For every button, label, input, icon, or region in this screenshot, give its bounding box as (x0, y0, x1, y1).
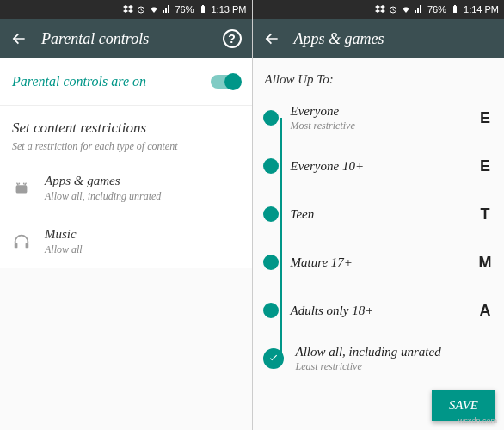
app-bar: Parental controls ? (0, 19, 252, 58)
screen-parental-controls: 76% 1:13 PM Parental controls ? Parental… (0, 0, 253, 430)
rating-node-checked (263, 348, 284, 369)
app-bar: Apps & games (253, 19, 505, 58)
svg-rect-6 (15, 243, 18, 249)
connector-line (280, 238, 282, 286)
section-title: Set content restrictions (12, 120, 240, 137)
rating-node (263, 206, 279, 222)
svg-rect-10 (454, 5, 456, 6)
rating-adults-18[interactable]: Adults only 18+ A (263, 286, 495, 335)
back-icon[interactable] (10, 30, 28, 47)
wifi-icon (149, 4, 159, 15)
content-area: Allow Up To: Everyone Most restrictive E… (253, 58, 505, 430)
back-icon[interactable] (263, 30, 280, 47)
battery-percent: 76% (427, 4, 446, 15)
help-icon[interactable]: ? (223, 29, 242, 48)
rating-label: Mature 17+ (291, 255, 465, 270)
allow-up-to-label: Allow Up To: (253, 58, 505, 94)
status-time: 1:13 PM (212, 4, 247, 15)
rating-everyone[interactable]: Everyone Most restrictive E (263, 94, 495, 142)
rating-label: Allow all, including unrated (296, 345, 495, 359)
signal-icon (162, 4, 172, 15)
battery-icon (198, 4, 208, 15)
connector-line (280, 118, 282, 142)
rating-node (263, 303, 279, 318)
content-area: Parental controls are on Set content res… (0, 58, 252, 430)
rating-teen[interactable]: Teen T (263, 190, 495, 238)
rating-node (263, 255, 279, 270)
page-title: Apps & games (294, 30, 495, 48)
alarm-icon (388, 4, 398, 15)
connector-line (280, 142, 282, 190)
toggle-label: Parental controls are on (12, 74, 146, 89)
rating-label: Everyone (291, 104, 465, 119)
svg-rect-3 (16, 185, 28, 193)
item-apps-games[interactable]: Apps & games Allow all, including unrate… (0, 162, 252, 215)
battery-icon (450, 4, 460, 15)
rating-everyone-10[interactable]: Everyone 10+ E (263, 142, 495, 190)
toggle-switch[interactable] (211, 75, 240, 89)
status-bar: 76% 1:14 PM (253, 0, 505, 19)
headphones-icon (12, 232, 31, 251)
rating-label: Teen (291, 207, 465, 222)
item-music[interactable]: Music Allow all (0, 215, 252, 268)
svg-rect-1 (201, 6, 205, 13)
rating-badge: M (476, 254, 494, 272)
svg-point-5 (23, 183, 25, 185)
screen-apps-games: 76% 1:14 PM Apps & games Allow Up To: Ev… (253, 0, 505, 430)
connector-line (280, 286, 282, 335)
rating-allow-all[interactable]: Allow all, including unrated Least restr… (263, 335, 495, 383)
rating-sub: Least restrictive (296, 360, 495, 373)
item-subtitle: Allow all (45, 243, 240, 256)
rating-label: Adults only 18+ (291, 304, 465, 318)
svg-rect-9 (453, 6, 457, 13)
item-title: Music (45, 227, 240, 242)
section-header: Set content restrictions Set a restricti… (0, 106, 252, 162)
rating-sub: Most restrictive (291, 120, 465, 132)
watermark: wsxdn.com (458, 416, 497, 425)
svg-rect-7 (26, 243, 29, 249)
rating-mature-17[interactable]: Mature 17+ M (263, 238, 495, 286)
rating-badge: T (476, 206, 494, 224)
wifi-icon (401, 4, 411, 15)
rating-badge: A (476, 302, 494, 320)
item-title: Apps & games (45, 174, 240, 188)
android-icon (12, 179, 31, 198)
status-bar: 76% 1:13 PM (0, 0, 252, 19)
status-time: 1:14 PM (464, 4, 499, 15)
rating-badge: E (476, 157, 494, 175)
signal-icon (414, 4, 424, 15)
rating-badge: E (476, 109, 494, 127)
svg-point-4 (18, 183, 20, 185)
svg-rect-2 (202, 5, 204, 6)
rating-node (263, 110, 279, 126)
battery-percent: 76% (175, 4, 194, 15)
item-subtitle: Allow all, including unrated (45, 190, 240, 203)
page-title: Parental controls (41, 30, 209, 48)
rating-node (263, 158, 279, 174)
section-subtitle: Set a restriction for each type of conte… (12, 140, 240, 153)
parental-controls-toggle-row[interactable]: Parental controls are on (0, 58, 252, 106)
alarm-icon (136, 4, 146, 15)
ratings-list: Everyone Most restrictive E Everyone 10+… (253, 94, 505, 383)
rating-label: Everyone 10+ (291, 159, 465, 174)
connector-line (280, 190, 282, 238)
dropbox-icon (123, 4, 133, 15)
dropbox-icon (375, 4, 385, 15)
